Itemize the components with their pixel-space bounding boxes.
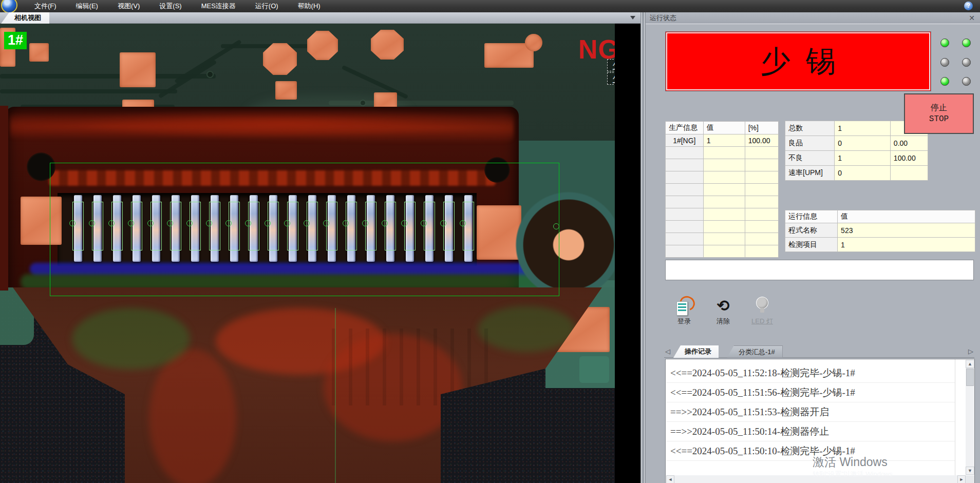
- table-cell: [745, 208, 778, 221]
- log-entry: ==>>2024-05-05_11:50:14-检测器停止: [666, 422, 955, 441]
- table-cell: [745, 245, 778, 258]
- chevron-down-icon[interactable]: [630, 16, 635, 20]
- led-light-button[interactable]: LED 灯: [747, 296, 777, 333]
- pin-roi-circle: [382, 220, 388, 226]
- pcb-square-right: [579, 356, 609, 383]
- table-cell: [745, 171, 778, 184]
- tab-scroll-left-icon[interactable]: ◁: [665, 347, 670, 355]
- led-indicator: [940, 38, 949, 47]
- menu-item[interactable]: 运行(O): [246, 0, 288, 12]
- production-table: 生产信息值[%]1#[NG]1100.00: [665, 121, 779, 258]
- table-cell: [666, 233, 704, 245]
- log-entry: <<==2024-05-05_11:52:18-检测完毕-少锡-1#: [666, 363, 955, 383]
- table-header: [%]: [745, 122, 778, 134]
- table-cell: 良品: [785, 136, 835, 151]
- table-cell: 0.00: [890, 136, 928, 151]
- help-icon[interactable]: ?: [964, 2, 973, 10]
- tab-camera-view[interactable]: 相机视图: [1, 12, 49, 24]
- connector-texture: [10, 110, 514, 143]
- scroll-up-icon[interactable]: ▲: [966, 360, 974, 368]
- table-cell: [666, 221, 704, 233]
- table-cell: [745, 159, 778, 171]
- vertical-scrollbar[interactable]: ▲ ▼: [966, 360, 974, 475]
- scroll-down-icon[interactable]: ▼: [966, 467, 974, 475]
- menu-item[interactable]: 设置(S): [149, 0, 191, 12]
- pin-roi-circle: [362, 220, 368, 226]
- pin-roi-box: [190, 202, 201, 250]
- menu-item[interactable]: 视图(V): [108, 0, 149, 12]
- table-header: 值: [838, 210, 975, 223]
- menu-bar: 文件(F)编辑(E)视图(V)设置(S)MES连接器运行(O)帮助(H) ?: [0, 0, 980, 12]
- table-cell: 总数: [785, 121, 835, 136]
- table-cell: 1: [703, 134, 745, 147]
- log-list: <<==2024-05-05_11:52:18-检测完毕-少锡-1#<<==20…: [666, 363, 955, 475]
- pin-roi-box: [287, 202, 298, 250]
- log-tab[interactable]: 操作记录: [673, 345, 719, 358]
- defect-tag: 少锡: [607, 72, 615, 85]
- menu-item[interactable]: MES连接器: [192, 0, 246, 12]
- table-header: 生产信息: [666, 122, 704, 134]
- pin-roi-box: [463, 202, 474, 250]
- menu-items: 文件(F)编辑(E)视图(V)设置(S)MES连接器运行(O)帮助(H): [25, 0, 330, 12]
- defect-banner-text: 少锡: [761, 42, 851, 82]
- run-info-table: 运行信息值程式名称523检测项目1: [785, 210, 975, 252]
- table-cell: [745, 221, 778, 233]
- table-cell: 不良: [785, 151, 835, 166]
- pin-roi-box: [150, 202, 162, 250]
- login-button[interactable]: 登录: [669, 296, 699, 333]
- pin-roi-circle: [265, 220, 271, 226]
- log-entry: <<==2024-05-05_11:51:56-检测完毕-少锡-1#: [666, 383, 955, 402]
- pin-roi-circle: [69, 220, 76, 226]
- station-badge: 1#: [4, 32, 27, 49]
- run-status-panel: 少锡 生产信息值[%]1#[NG]1100.00 总数1良品00.00不良110…: [646, 24, 980, 483]
- panel-titlebar: 运行状态 ✕: [646, 12, 980, 24]
- pin-roi-box: [72, 202, 84, 250]
- table-cell: [703, 245, 745, 258]
- inspection-roi-rectangle: [50, 163, 559, 296]
- pin-roi-box: [443, 202, 455, 250]
- table-header: 值: [703, 122, 745, 134]
- table-cell: [703, 184, 745, 196]
- table-cell: 1: [838, 238, 975, 252]
- scrollbar-thumb[interactable]: [966, 369, 974, 386]
- table-cell: [666, 147, 704, 159]
- table-cell: [703, 171, 745, 184]
- tab-scroll-right-icon[interactable]: ▷: [968, 347, 973, 355]
- table-cell: [745, 196, 778, 208]
- close-icon[interactable]: ✕: [969, 12, 975, 24]
- pin-roi-circle: [89, 220, 95, 226]
- pin-roi-box: [131, 202, 142, 250]
- pin-roi-circle: [108, 220, 115, 226]
- clear-button[interactable]: ⟲ 清除: [708, 296, 738, 333]
- pin-roi-box: [248, 202, 259, 250]
- panel-title: 运行状态: [650, 14, 676, 22]
- menu-item[interactable]: 文件(F): [25, 0, 66, 12]
- menu-item[interactable]: 帮助(H): [288, 0, 330, 12]
- log-tab[interactable]: 分类汇总-1#: [727, 345, 783, 358]
- table-header: 运行信息: [785, 210, 838, 223]
- pane-splitter[interactable]: [640, 12, 646, 483]
- table-cell: [666, 196, 704, 208]
- table-cell: [745, 233, 778, 245]
- menu-item[interactable]: 编辑(E): [66, 0, 108, 12]
- pin-roi-box: [326, 202, 337, 250]
- pin-roi-circle: [186, 220, 193, 226]
- table-cell: 检测项目: [785, 238, 838, 252]
- pin-roi-circle: [284, 220, 290, 226]
- pin-roi-circle: [147, 220, 154, 226]
- led-indicator: [962, 58, 971, 67]
- refresh-icon: ⟲: [708, 296, 738, 316]
- pin-roi-circle: [440, 220, 446, 226]
- pin-roi-box: [365, 202, 376, 250]
- pin-roi-circle: [225, 220, 232, 226]
- pin-roi-box: [268, 202, 279, 250]
- table-cell: 1: [835, 151, 891, 166]
- pin-roi-box: [385, 202, 396, 250]
- pin-roi-box: [170, 202, 181, 250]
- led-indicator: [962, 38, 971, 47]
- scroll-right-icon[interactable]: ►: [957, 475, 966, 483]
- table-cell: 0: [835, 166, 891, 181]
- pin-roi-box: [209, 202, 220, 250]
- stop-button[interactable]: 停止 STOP: [904, 93, 974, 134]
- scroll-left-icon[interactable]: ◄: [666, 475, 674, 483]
